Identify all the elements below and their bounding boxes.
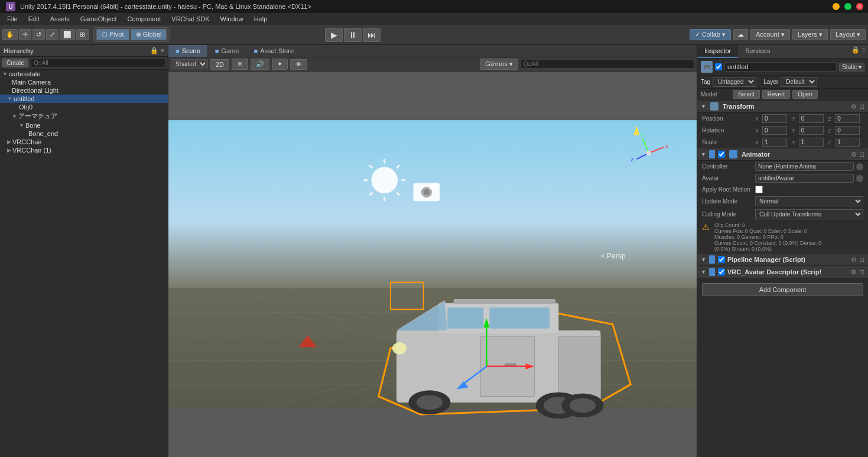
culling-mode-dropdown[interactable]: Cull Update Transforms [755, 209, 863, 219]
pipeline-lock-icon[interactable]: ⊡ [859, 256, 864, 264]
tag-dropdown[interactable]: Untagged [713, 77, 756, 87]
hier-item-vrccchair1[interactable]: ▶ VRCChair (1) [0, 146, 168, 154]
scale-z-field[interactable] [835, 138, 860, 147]
menu-edit[interactable]: Edit [24, 14, 44, 24]
scale-x-field[interactable] [762, 138, 787, 147]
scene-hidden-button[interactable]: 👁 [290, 59, 307, 70]
transform-options-icon[interactable]: ⚙ [851, 103, 857, 111]
scene-viewport[interactable]: < Persp X Y Z [168, 72, 697, 457]
transform-component-header[interactable]: ▼ Transform ⚙ ⊡ [697, 101, 868, 113]
pivot-button[interactable]: ⬡ Pivot [96, 29, 129, 40]
account-button[interactable]: Account ▾ [750, 29, 790, 40]
layer-dropdown[interactable]: Default [781, 77, 817, 87]
menu-vrchatsdk[interactable]: VRChat SDK [167, 14, 214, 24]
transform-lock-icon[interactable]: ⊡ [859, 103, 864, 111]
move-tool[interactable]: ✛ [19, 29, 31, 40]
pipeline-manager-header[interactable]: ▼ Pipeline Manager (Script) ⚙ ⊡ [697, 254, 868, 266]
menu-component[interactable]: Component [122, 14, 165, 24]
animator-active-checkbox[interactable] [718, 151, 725, 158]
animator-options-icon[interactable]: ⚙ [851, 151, 857, 158]
hier-item-obj0[interactable]: Obj0 [0, 103, 168, 111]
global-button[interactable]: ⊕ Global [131, 29, 167, 40]
position-z-field[interactable] [835, 114, 860, 123]
hier-item-untitled[interactable]: ▼ untitled [0, 95, 168, 103]
hier-item-main-camera[interactable]: Main Camera [0, 78, 168, 86]
menu-window[interactable]: Window [216, 14, 248, 24]
animator-lock-icon[interactable]: ⊡ [859, 151, 864, 158]
controller-dot[interactable] [856, 163, 863, 170]
effects-button[interactable]: ✦ [272, 59, 288, 70]
scale-z-label: Z [828, 140, 834, 145]
inspector-tab[interactable]: Inspector [697, 45, 738, 58]
hierarchy-menu-icon[interactable]: ≡ [161, 47, 164, 54]
inspector-menu-icon[interactable]: ≡ [862, 46, 866, 57]
hier-item-bone-end[interactable]: Bone_end [0, 129, 168, 138]
pause-button[interactable]: ⏸ [344, 28, 362, 42]
menu-help[interactable]: Help [249, 14, 272, 24]
scale-tool[interactable]: ⤢ [46, 29, 58, 40]
minimize-button[interactable]: ─ [833, 3, 840, 10]
animator-component-header[interactable]: ▼ Animator ⚙ ⊡ [697, 148, 868, 161]
2d-button[interactable]: 2D [210, 59, 229, 70]
shading-dropdown[interactable]: Shaded [171, 59, 208, 69]
transform-tool[interactable]: ⊞ [76, 29, 89, 40]
rotation-x-field[interactable] [762, 126, 787, 135]
layout-button[interactable]: Layout ▾ [830, 29, 866, 40]
select-button[interactable]: Select [733, 90, 760, 99]
rotation-z-field[interactable] [835, 126, 860, 135]
pipeline-options-icon[interactable]: ⚙ [851, 256, 857, 264]
cloud-button[interactable]: ☁ [733, 29, 748, 40]
menu-assets[interactable]: Assets [45, 14, 74, 24]
apply-root-motion-checkbox[interactable] [755, 186, 763, 193]
rotate-tool[interactable]: ↺ [32, 29, 45, 40]
rotation-y-field[interactable] [799, 126, 824, 135]
inspector-lock-icon[interactable]: 🔒 [851, 46, 860, 57]
hier-item-vrccchair[interactable]: ▶ VRCChair [0, 138, 168, 146]
static-button[interactable]: Static ▾ [839, 63, 864, 72]
revert-button[interactable]: Revert [762, 90, 790, 99]
scene-tab-scene[interactable]: ■ Scene [168, 45, 208, 57]
update-mode-dropdown[interactable]: Normal [755, 196, 863, 206]
hierarchy-create-button[interactable]: Create [2, 59, 28, 67]
vrc-active-checkbox[interactable] [718, 268, 725, 276]
menu-gameobject[interactable]: GameObject [76, 14, 122, 24]
add-component-button[interactable]: Add Component [702, 283, 863, 296]
hier-item-directional-light[interactable]: Directional Light [0, 86, 168, 95]
close-button[interactable]: ✕ [856, 3, 863, 10]
avatar-dot[interactable] [856, 175, 863, 182]
scale-y-field[interactable] [799, 138, 824, 147]
rect-tool[interactable]: ⬜ [60, 29, 75, 40]
layers-button[interactable]: Layers ▾ [792, 29, 828, 40]
hier-item-bone[interactable]: ▼ Bone [0, 121, 168, 129]
hierarchy-lock-icon[interactable]: 🔒 [150, 47, 158, 54]
step-button[interactable]: ⏭ [363, 28, 381, 42]
audio-button[interactable]: 🔊 [251, 59, 269, 70]
scene-tab-assetstore[interactable]: ■ Asset Store [246, 45, 301, 57]
position-x-field[interactable] [762, 114, 787, 123]
maximize-button[interactable]: □ [844, 3, 851, 10]
vrc-descriptor-header[interactable]: ▼ VRC_Avatar Descriptor (Scrip! ⚙ ⊡ [697, 266, 868, 278]
hand-tool[interactable]: ✋ [2, 29, 18, 40]
menu-file[interactable]: File [2, 14, 22, 24]
collab-button[interactable]: ✓ Collab ▾ [690, 29, 731, 40]
svg-point-43 [371, 167, 398, 193]
object-name-field[interactable] [724, 62, 837, 72]
hierarchy-search-input[interactable] [31, 59, 165, 67]
scene-tab-game[interactable]: ■ Game [208, 45, 247, 57]
scene-area: ■ Scene ■ Game ■ Asset Store Shaded 2D ☀… [168, 45, 697, 457]
svg-rect-2 [168, 120, 697, 288]
vrc-lock-icon[interactable]: ⊡ [859, 268, 864, 276]
gizmos-button[interactable]: Gizmos ▾ [480, 59, 518, 70]
hier-item-cartesstate[interactable]: ▼ cartesstate [0, 70, 168, 78]
position-y-field[interactable] [799, 114, 824, 123]
object-active-checkbox[interactable] [715, 63, 722, 70]
play-button[interactable]: ▶ [325, 28, 343, 42]
open-button[interactable]: Open [792, 90, 817, 99]
hier-item-armature[interactable]: ▼ アーマチュア [0, 111, 168, 121]
scene-search-input[interactable] [521, 60, 694, 69]
lighting-button[interactable]: ☀ [232, 59, 248, 70]
object-icon: 🎮 [701, 61, 713, 73]
vrc-options-icon[interactable]: ⚙ [851, 268, 857, 276]
pipeline-active-checkbox[interactable] [718, 256, 725, 263]
services-tab[interactable]: Services [738, 45, 777, 58]
